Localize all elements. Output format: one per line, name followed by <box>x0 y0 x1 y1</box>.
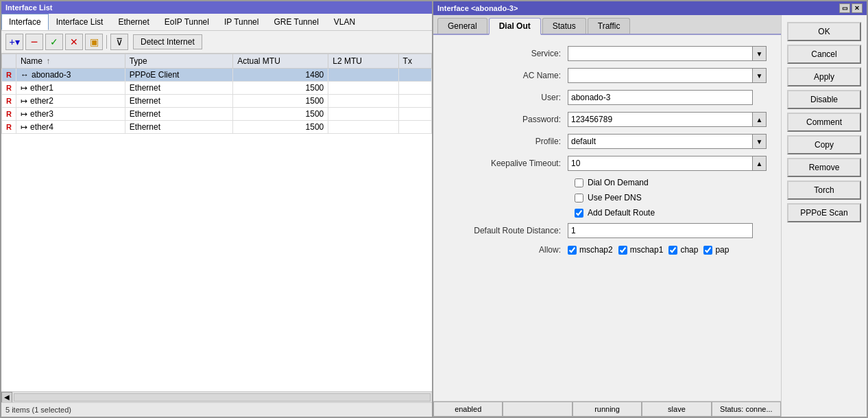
copy-button[interactable]: Copy <box>787 135 861 154</box>
add-default-route-row: Add Default Route <box>575 208 770 218</box>
chap-label[interactable]: chap <box>680 245 698 255</box>
add-default-route-label[interactable]: Add Default Route <box>588 208 655 218</box>
horizontal-scrollbar[interactable]: ◀ <box>1 391 432 402</box>
default-route-distance-input[interactable] <box>568 223 753 238</box>
ac-name-dropdown-btn[interactable]: ▼ <box>753 68 767 83</box>
table-row[interactable]: R ↔abonado-3 PPPoE Client 1480 <box>2 69 432 82</box>
disable-button-right[interactable]: Disable <box>787 90 861 109</box>
tab-dial-out[interactable]: Dial Out <box>489 18 541 35</box>
col-status[interactable] <box>2 54 16 69</box>
service-label: Service: <box>444 49 568 58</box>
user-row: User: <box>444 90 770 105</box>
table-row[interactable]: R ↦ether2 Ethernet 1500 <box>2 95 432 108</box>
detect-internet-button[interactable]: Detect Internet <box>133 34 202 49</box>
apply-button[interactable]: Apply <box>787 67 861 86</box>
row-tx <box>398 69 431 82</box>
filter-button[interactable]: ⊽ <box>110 34 128 50</box>
side-buttons-panel: OK Cancel Apply Disable Comment Copy Rem… <box>781 15 867 417</box>
menu-interface-list[interactable]: Interface List <box>49 14 111 30</box>
service-dropdown-btn[interactable]: ▼ <box>753 46 767 61</box>
remove-button[interactable]: − <box>25 34 43 50</box>
window-controls: ▭ ✕ <box>839 3 863 13</box>
service-input[interactable] <box>568 46 753 61</box>
pap-label[interactable]: pap <box>715 245 729 255</box>
menu-gre-tunnel[interactable]: GRE Tunnel <box>266 14 326 30</box>
row-actual-mtu: 1500 <box>233 95 328 108</box>
keepalive-row: Keepalive Timeout: ▲ <box>444 156 770 171</box>
use-peer-dns-checkbox[interactable] <box>575 194 583 202</box>
tab-general[interactable]: General <box>437 18 487 34</box>
col-actual-mtu[interactable]: Actual MTU <box>233 54 328 69</box>
restore-button[interactable]: ▭ <box>839 3 850 13</box>
allow-chap-item: chap <box>668 245 698 255</box>
table-row[interactable]: R ↦ether1 Ethernet 1500 <box>2 82 432 95</box>
dial-on-demand-checkbox[interactable] <box>575 178 583 187</box>
disable-button[interactable]: ✕ <box>65 34 83 50</box>
keepalive-input[interactable] <box>568 156 753 171</box>
comment-button[interactable]: Comment <box>787 113 861 132</box>
allow-mschap1-item: mschap1 <box>618 245 664 255</box>
remove-button-right[interactable]: Remove <box>787 158 861 177</box>
allow-pap-item: pap <box>703 245 729 255</box>
mschap1-checkbox[interactable] <box>618 246 627 255</box>
add-default-route-checkbox[interactable] <box>575 209 583 218</box>
mschap2-label[interactable]: mschap2 <box>579 245 613 255</box>
service-input-group: ▼ <box>568 46 767 61</box>
col-tx[interactable]: Tx <box>398 54 431 69</box>
tab-status[interactable]: Status <box>542 18 586 34</box>
ac-name-input[interactable] <box>568 68 753 83</box>
row-type: Ethernet <box>125 121 232 134</box>
profile-input[interactable] <box>568 134 753 149</box>
allow-label: Allow: <box>444 245 568 255</box>
note-button[interactable]: ▣ <box>85 34 103 50</box>
pap-checkbox[interactable] <box>703 246 712 255</box>
allow-mschap2-item: mschap2 <box>568 245 613 255</box>
add-button[interactable]: +▾ <box>5 34 23 50</box>
use-peer-dns-label[interactable]: Use Peer DNS <box>588 193 642 202</box>
row-status: R <box>2 69 16 82</box>
torch-button[interactable]: Torch <box>787 181 861 200</box>
col-type[interactable]: Type <box>125 54 232 69</box>
menu-interface[interactable]: Interface <box>1 14 49 30</box>
menu-eoip-tunnel[interactable]: EoIP Tunnel <box>157 14 217 30</box>
scroll-left-btn[interactable]: ◀ <box>1 392 12 403</box>
enable-button[interactable]: ✓ <box>45 34 63 50</box>
row-actual-mtu: 1480 <box>233 69 328 82</box>
tab-traffic[interactable]: Traffic <box>588 18 631 34</box>
user-input[interactable] <box>568 90 753 105</box>
mschap2-checkbox[interactable] <box>568 246 577 255</box>
right-panel-title: Interface <abonado-3> <box>437 4 518 12</box>
menu-ip-tunnel[interactable]: IP Tunnel <box>217 14 266 30</box>
status-slave: slave <box>642 402 711 417</box>
right-content-area: General Dial Out Status Traffic Service:… <box>433 15 867 417</box>
col-l2-mtu[interactable]: L2 MTU <box>328 54 398 69</box>
dial-on-demand-label[interactable]: Dial On Demand <box>588 178 649 187</box>
table-row[interactable]: R ↦ether3 Ethernet 1500 <box>2 108 432 121</box>
row-name: ↔abonado-3 <box>16 69 125 82</box>
keepalive-up-btn[interactable]: ▲ <box>753 156 767 171</box>
status-running: running <box>572 402 642 417</box>
menu-ethernet[interactable]: Ethernet <box>110 14 156 30</box>
interface-table: Name ↑ Type Actual MTU L2 MTU Tx R ↔abon… <box>1 54 432 134</box>
close-button[interactable]: ✕ <box>852 3 863 13</box>
password-toggle-btn[interactable]: ▲ <box>753 112 767 127</box>
pppoe-scan-button[interactable]: PPPoE Scan <box>787 203 861 222</box>
mschap1-label[interactable]: mschap1 <box>630 245 664 255</box>
chap-checkbox[interactable] <box>668 246 677 255</box>
row-type: Ethernet <box>125 82 232 95</box>
col-name[interactable]: Name ↑ <box>16 54 125 69</box>
keepalive-label: Keepalive Timeout: <box>444 159 568 168</box>
password-input[interactable] <box>568 112 753 127</box>
interface-detail-panel: Interface <abonado-3> ▭ ✕ General Dial O… <box>433 0 868 418</box>
left-toolbar: +▾ − ✓ ✕ ▣ ⊽ Detect Internet <box>1 31 432 54</box>
row-type: PPPoE Client <box>125 69 232 82</box>
interface-table-container: Name ↑ Type Actual MTU L2 MTU Tx R ↔abon… <box>1 54 432 391</box>
menu-vlan[interactable]: VLAN <box>326 14 363 30</box>
scroll-track[interactable] <box>14 393 431 402</box>
profile-dropdown-btn[interactable]: ▼ <box>753 134 767 149</box>
profile-input-group: ▼ <box>568 134 767 149</box>
ok-button[interactable]: OK <box>787 22 861 41</box>
use-peer-dns-row: Use Peer DNS <box>575 193 770 202</box>
cancel-button[interactable]: Cancel <box>787 45 861 64</box>
table-row[interactable]: R ↦ether4 Ethernet 1500 <box>2 121 432 134</box>
